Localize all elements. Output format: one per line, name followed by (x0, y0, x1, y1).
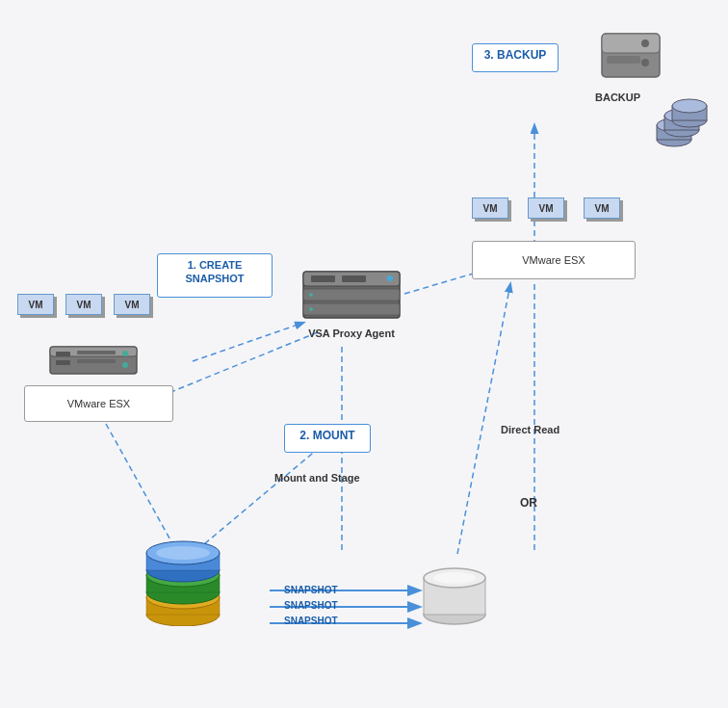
svg-point-42 (309, 293, 313, 297)
svg-point-43 (309, 307, 313, 311)
svg-rect-30 (56, 360, 70, 365)
direct-read-label: Direct Read (501, 424, 559, 435)
svg-rect-14 (602, 34, 660, 53)
svg-line-12 (457, 284, 510, 554)
svg-rect-33 (77, 351, 116, 354)
vm-right-2: VM (528, 197, 564, 219)
left-server-icon (48, 342, 144, 380)
vmware-esx-right: VMware ESX (472, 241, 636, 279)
snapshot-label-1: SNAPSHOT (284, 585, 338, 595)
mount-label: 2. MOUNT (284, 424, 371, 453)
db-stack-icon (645, 87, 713, 149)
svg-line-7 (106, 424, 178, 554)
svg-point-26 (672, 99, 707, 113)
or-label: OR (520, 496, 537, 510)
svg-point-41 (387, 275, 393, 281)
svg-point-57 (433, 572, 476, 584)
svg-point-31 (122, 351, 128, 356)
svg-point-53 (156, 546, 210, 560)
svg-rect-29 (56, 352, 70, 356)
svg-point-15 (641, 39, 649, 47)
backup-storage-label: BACKUP (595, 92, 640, 103)
vm-left-1: VM (17, 294, 54, 315)
svg-line-3 (164, 332, 318, 395)
mount-and-stage-label: Mount and Stage (274, 472, 360, 484)
svg-rect-37 (303, 289, 400, 301)
vsa-proxy-icon (294, 270, 409, 323)
svg-rect-40 (342, 275, 366, 282)
vsa-proxy-label: VSA Proxy Agent (294, 328, 409, 339)
backup-label-box: 3. BACKUP (472, 43, 559, 72)
svg-point-32 (122, 362, 128, 368)
snapshot-label-3: SNAPSHOT (284, 616, 338, 626)
target-db-icon (414, 549, 496, 626)
svg-line-0 (193, 323, 303, 361)
create-snapshot-label: 1. CREATESNAPSHOT (157, 253, 273, 298)
svg-rect-34 (77, 359, 116, 363)
snapshot-label-2: SNAPSHOT (284, 600, 338, 611)
backup-storage-icon (597, 29, 664, 87)
vm-left-3: VM (114, 294, 150, 315)
svg-rect-17 (607, 56, 640, 64)
vm-right-1: VM (472, 197, 508, 219)
svg-rect-38 (303, 303, 400, 315)
vm-left-2: VM (65, 294, 102, 315)
diagram-container: BACKUP 3. BACKUP VM VM (0, 0, 728, 708)
vm-right-3: VM (584, 197, 620, 219)
svg-rect-39 (311, 275, 335, 282)
source-db-icon (135, 539, 231, 626)
svg-point-16 (641, 59, 649, 66)
vmware-esx-left: VMware ESX (24, 385, 173, 422)
